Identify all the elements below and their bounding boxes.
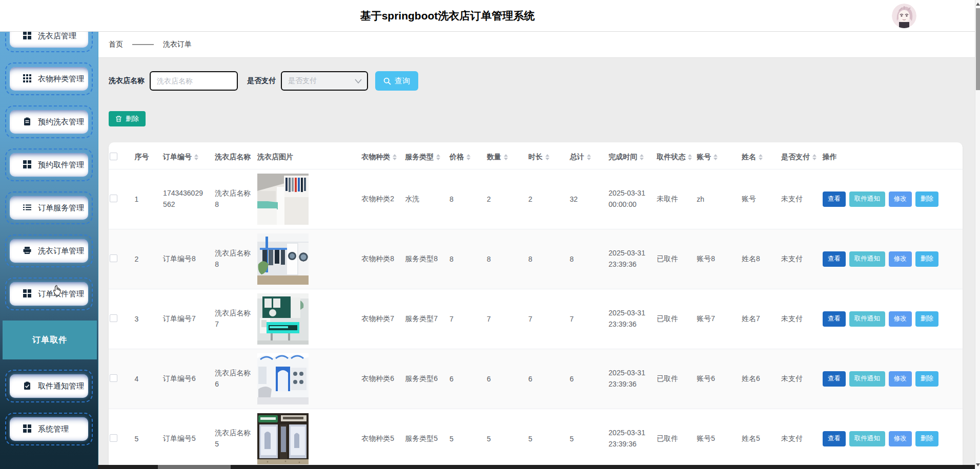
sidebar-item-button[interactable]: 预约取件管理 bbox=[10, 153, 88, 177]
view-button[interactable]: 查看 bbox=[823, 251, 846, 267]
column-header-qty[interactable]: 数量 bbox=[486, 142, 527, 169]
sidebar-item-button[interactable]: 订单服务管理 bbox=[10, 196, 88, 220]
row-checkbox[interactable] bbox=[110, 374, 117, 382]
column-header-account[interactable]: 账号 bbox=[696, 142, 741, 169]
sidebar-item-9[interactable]: 系统管理 bbox=[5, 413, 93, 445]
vertical-scrollbar[interactable] bbox=[975, 0, 980, 469]
delete-row-button[interactable]: 删除 bbox=[915, 191, 938, 207]
sidebar-item-button[interactable]: 衣物种类管理 bbox=[10, 67, 88, 91]
sort-caret-icon[interactable] bbox=[759, 154, 763, 160]
row-checkbox[interactable] bbox=[110, 434, 117, 442]
bulk-delete-button[interactable]: 删除 bbox=[109, 111, 146, 126]
cell-name: 姓名7 bbox=[741, 289, 780, 349]
pickup-notice-button[interactable]: 取件通知 bbox=[849, 371, 885, 387]
page-title: 基于springboot洗衣店订单管理系统 bbox=[360, 9, 535, 23]
cell-index: 3 bbox=[134, 289, 162, 349]
sidebar-item-label: 系统管理 bbox=[38, 424, 69, 434]
sort-caret-icon[interactable] bbox=[812, 154, 816, 160]
column-header-total[interactable]: 总计 bbox=[569, 142, 608, 169]
sidebar-item-label: 预约取件管理 bbox=[38, 160, 84, 170]
scroll-down-arrow[interactable] bbox=[976, 463, 980, 466]
scroll-up-arrow[interactable] bbox=[976, 3, 980, 6]
grid9-icon bbox=[23, 74, 31, 84]
sort-caret-icon[interactable] bbox=[587, 154, 591, 160]
sidebar-item-4[interactable]: 订单服务管理 bbox=[5, 191, 93, 224]
sidebar-item-0[interactable]: 洗衣店管理 bbox=[5, 32, 93, 52]
sort-caret-icon[interactable] bbox=[466, 154, 471, 160]
delete-row-button[interactable]: 删除 bbox=[915, 251, 938, 267]
sidebar-item-2[interactable]: 预约洗衣管理 bbox=[5, 105, 93, 138]
avatar[interactable] bbox=[892, 4, 916, 28]
sort-caret-icon[interactable] bbox=[393, 154, 397, 160]
column-header-clothing[interactable]: 衣物种类 bbox=[360, 142, 404, 169]
sidebar-item-button[interactable]: 洗衣订单管理 bbox=[10, 239, 88, 263]
view-button[interactable]: 查看 bbox=[823, 311, 846, 327]
row-actions: 查看取件通知修改删除 bbox=[823, 251, 963, 267]
column-header-pickup[interactable]: 取件状态 bbox=[656, 142, 696, 169]
column-label: 洗衣店名称 bbox=[215, 153, 251, 161]
delete-row-button[interactable]: 删除 bbox=[915, 431, 938, 446]
sidebar-item-button[interactable]: 洗衣店管理 bbox=[10, 32, 88, 48]
column-header-finish[interactable]: 完成时间 bbox=[607, 142, 656, 169]
view-button[interactable]: 查看 bbox=[823, 431, 846, 446]
delete-row-button[interactable]: 删除 bbox=[915, 371, 938, 387]
pickup-notice-button[interactable]: 取件通知 bbox=[849, 191, 885, 207]
sort-caret-icon[interactable] bbox=[545, 154, 549, 160]
horizontal-scroll-thumb[interactable] bbox=[158, 465, 231, 469]
delete-row-button[interactable]: 删除 bbox=[915, 311, 938, 327]
pickup-notice-button[interactable]: 取件通知 bbox=[849, 431, 885, 446]
cell-duration: 7 bbox=[527, 289, 569, 349]
row-checkbox[interactable] bbox=[110, 254, 117, 262]
column-label: 洗衣店图片 bbox=[257, 153, 293, 161]
cell-index: 2 bbox=[134, 229, 162, 289]
row-checkbox[interactable] bbox=[110, 195, 117, 202]
orders-table-card: 序号订单编号洗衣店名称洗衣店图片衣物种类服务类型价格数量时长总计完成时间取件状态… bbox=[109, 142, 963, 469]
sort-caret-icon[interactable] bbox=[504, 154, 508, 160]
column-header-name[interactable]: 姓名 bbox=[741, 142, 780, 169]
edit-button[interactable]: 修改 bbox=[889, 251, 912, 267]
sort-caret-icon[interactable] bbox=[713, 154, 718, 160]
chevron-down-icon bbox=[355, 79, 362, 83]
sidebar-item-8[interactable]: 取件通知管理 bbox=[5, 370, 93, 402]
sidebar-item-button[interactable]: 取件通知管理 bbox=[10, 374, 88, 398]
cell-ops: 查看取件通知修改删除 bbox=[822, 169, 963, 229]
sidebar-item-5[interactable]: 洗衣订单管理 bbox=[5, 234, 93, 267]
edit-button[interactable]: 修改 bbox=[889, 191, 912, 207]
row-checkbox[interactable] bbox=[110, 314, 117, 322]
column-header-order_no[interactable]: 订单编号 bbox=[162, 142, 214, 169]
sort-caret-icon[interactable] bbox=[436, 154, 440, 160]
view-button[interactable]: 查看 bbox=[823, 191, 846, 207]
select-all-checkbox[interactable] bbox=[110, 153, 117, 160]
vertical-scroll-thumb[interactable] bbox=[976, 8, 980, 90]
column-header-service[interactable]: 服务类型 bbox=[404, 142, 448, 169]
edit-button[interactable]: 修改 bbox=[889, 311, 912, 327]
pickup-notice-button[interactable]: 取件通知 bbox=[849, 251, 885, 267]
view-button[interactable]: 查看 bbox=[823, 371, 846, 387]
sidebar-item-button[interactable]: 系统管理 bbox=[10, 417, 88, 441]
column-header-price[interactable]: 价格 bbox=[448, 142, 486, 169]
paid-select[interactable]: 是否支付 bbox=[281, 71, 368, 91]
sidebar-item-button[interactable]: 预约洗衣管理 bbox=[10, 110, 88, 134]
sort-caret-icon[interactable] bbox=[194, 154, 198, 160]
sidebar-item-button[interactable]: 订单取件管理 bbox=[10, 282, 88, 306]
cell-total: 6 bbox=[569, 349, 608, 409]
edit-button[interactable]: 修改 bbox=[889, 371, 912, 387]
sidebar-item-label: 洗衣订单管理 bbox=[38, 246, 84, 256]
column-header-duration[interactable]: 时长 bbox=[527, 142, 569, 169]
sidebar-item-6[interactable]: 订单取件管理 bbox=[5, 278, 93, 310]
pickup-notice-button[interactable]: 取件通知 bbox=[849, 311, 885, 327]
search-button[interactable]: 查询 bbox=[375, 71, 418, 91]
sort-caret-icon[interactable] bbox=[640, 154, 644, 160]
shop-name-input[interactable] bbox=[150, 71, 238, 91]
table-row: 4订单编号6洗衣店名称6衣物种类6服务类型666662025-03-31 23:… bbox=[109, 349, 963, 409]
sidebar-submenu-active[interactable]: 订单取件 bbox=[3, 321, 97, 359]
sidebar-item-3[interactable]: 预约取件管理 bbox=[5, 148, 93, 181]
column-header-paid[interactable]: 是否支付 bbox=[780, 142, 822, 169]
horizontal-scrollbar[interactable] bbox=[98, 465, 975, 469]
cell-account: 账号8 bbox=[696, 229, 741, 289]
edit-button[interactable]: 修改 bbox=[889, 431, 912, 446]
breadcrumb-home[interactable]: 首页 bbox=[109, 40, 123, 49]
sort-caret-icon[interactable] bbox=[688, 154, 692, 160]
cell-sel bbox=[109, 169, 134, 229]
sidebar-item-1[interactable]: 衣物种类管理 bbox=[5, 62, 93, 95]
